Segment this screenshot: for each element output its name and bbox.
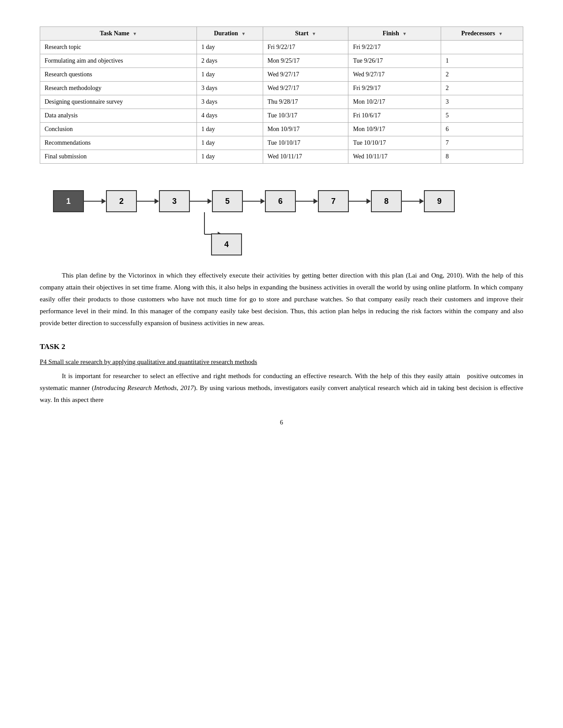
col-start[interactable]: Start ▼ <box>263 27 348 41</box>
cell-start: Tue 10/10/17 <box>263 136 348 150</box>
cell-finish: Fri 9/22/17 <box>348 41 441 54</box>
sort-arrow-task: ▼ <box>132 31 137 36</box>
cell-duration: 1 day <box>196 41 263 54</box>
nd-arrow-7-8 <box>349 199 371 204</box>
task-table: Task Name ▼ Duration ▼ Start ▼ Finish ▼ … <box>40 26 523 164</box>
cell-finish: Tue 10/10/17 <box>348 136 441 150</box>
table-row: Research methodology3 daysWed 9/27/17Fri… <box>40 82 523 95</box>
nd-node-9: 9 <box>424 190 455 212</box>
nd-node-4: 4 <box>211 233 242 255</box>
cell-start: Wed 9/27/17 <box>263 82 348 95</box>
nd-main-row: 1 2 3 5 6 <box>53 190 455 212</box>
cell-start: Mon 10/9/17 <box>263 123 348 136</box>
sort-arrow-duration: ▼ <box>241 31 246 36</box>
table-row: Research topic1 dayFri 9/22/17Fri 9/22/1… <box>40 41 523 54</box>
cell-start: Mon 9/25/17 <box>263 54 348 68</box>
cell-predecessors: 2 <box>441 82 523 95</box>
cell-finish: Wed 9/27/17 <box>348 68 441 82</box>
nd-arrow-3-5 <box>190 199 212 204</box>
cell-predecessors: 5 <box>441 109 523 123</box>
cell-task-name: Designing questionnaire survey <box>40 95 197 109</box>
col-duration[interactable]: Duration ▼ <box>196 27 263 41</box>
table-row: Recommendations1 dayTue 10/10/17Tue 10/1… <box>40 136 523 150</box>
cell-duration: 3 days <box>196 82 263 95</box>
cell-task-name: Research topic <box>40 41 197 54</box>
cell-start: Tue 10/3/17 <box>263 109 348 123</box>
cell-predecessors: 1 <box>441 54 523 68</box>
table-row: Conclusion1 dayMon 10/9/17Mon 10/9/176 <box>40 123 523 136</box>
cell-task-name: Recommendations <box>40 136 197 150</box>
cell-task-name: Research questions <box>40 68 197 82</box>
cell-finish: Tue 9/26/17 <box>348 54 441 68</box>
cell-predecessors <box>441 41 523 54</box>
nd-node-6: 6 <box>265 190 296 212</box>
cell-predecessors: 6 <box>441 123 523 136</box>
cell-duration: 1 day <box>196 150 263 164</box>
nd-node-3: 3 <box>159 190 190 212</box>
cell-start: Fri 9/22/17 <box>263 41 348 54</box>
cell-finish: Mon 10/2/17 <box>348 95 441 109</box>
cell-start: Wed 10/11/17 <box>263 150 348 164</box>
page-number: 6 <box>40 419 523 426</box>
cell-task-name: Data analysis <box>40 109 197 123</box>
nd-branch: 4 <box>189 212 229 256</box>
cell-task-name: Conclusion <box>40 123 197 136</box>
network-diagram: 1 2 3 5 6 <box>40 181 523 252</box>
p4-paragraph: It is important for researcher to select… <box>40 370 523 406</box>
p4-heading: P4 Small scale research by applying qual… <box>40 358 523 366</box>
sort-arrow-start: ▼ <box>312 31 316 36</box>
nd-arrow-6-7 <box>296 199 318 204</box>
paragraph-1: This plan define by the Victorinox in wh… <box>40 270 523 329</box>
cell-predecessors: 8 <box>441 150 523 164</box>
table-row: Data analysis4 daysTue 10/3/17Fri 10/6/1… <box>40 109 523 123</box>
nd-arrow-8-9 <box>402 199 424 204</box>
table-row: Final submission1 dayWed 10/11/17Wed 10/… <box>40 150 523 164</box>
nd-arrow-5-6 <box>243 199 265 204</box>
cell-duration: 1 day <box>196 123 263 136</box>
table-row: Designing questionnaire survey3 daysThu … <box>40 95 523 109</box>
cell-duration: 4 days <box>196 109 263 123</box>
cell-task-name: Formulating aim and objectives <box>40 54 197 68</box>
nd-node-7: 7 <box>318 190 349 212</box>
cell-predecessors: 7 <box>441 136 523 150</box>
table-row: Formulating aim and objectives2 daysMon … <box>40 54 523 68</box>
nd-node-1: 1 <box>53 190 84 212</box>
gantt-table: Task Name ▼ Duration ▼ Start ▼ Finish ▼ … <box>40 26 523 164</box>
cell-start: Thu 9/28/17 <box>263 95 348 109</box>
cell-finish: Fri 9/29/17 <box>348 82 441 95</box>
cell-task-name: Research methodology <box>40 82 197 95</box>
col-predecessors[interactable]: Predecessors ▼ <box>441 27 523 41</box>
nd-node-5: 5 <box>212 190 243 212</box>
table-row: Research questions1 dayWed 9/27/17Wed 9/… <box>40 68 523 82</box>
cell-duration: 3 days <box>196 95 263 109</box>
nd-node-2: 2 <box>106 190 137 212</box>
col-task-name[interactable]: Task Name ▼ <box>40 27 197 41</box>
cell-predecessors: 2 <box>441 68 523 82</box>
cell-duration: 2 days <box>196 54 263 68</box>
nd-arrow-1-2 <box>84 199 106 204</box>
table-header-row: Task Name ▼ Duration ▼ Start ▼ Finish ▼ … <box>40 27 523 41</box>
cell-duration: 1 day <box>196 136 263 150</box>
cell-duration: 1 day <box>196 68 263 82</box>
nd-arrow-2-3 <box>137 199 159 204</box>
cell-start: Wed 9/27/17 <box>263 68 348 82</box>
col-finish[interactable]: Finish ▼ <box>348 27 441 41</box>
cell-task-name: Final submission <box>40 150 197 164</box>
cell-predecessors: 3 <box>441 95 523 109</box>
cell-finish: Fri 10/6/17 <box>348 109 441 123</box>
cell-finish: Wed 10/11/17 <box>348 150 441 164</box>
task2-heading: TASK 2 <box>40 342 523 351</box>
sort-arrow-predecessors: ▼ <box>499 31 503 36</box>
nd-node-8: 8 <box>371 190 402 212</box>
cell-finish: Mon 10/9/17 <box>348 123 441 136</box>
sort-arrow-finish: ▼ <box>402 31 407 36</box>
